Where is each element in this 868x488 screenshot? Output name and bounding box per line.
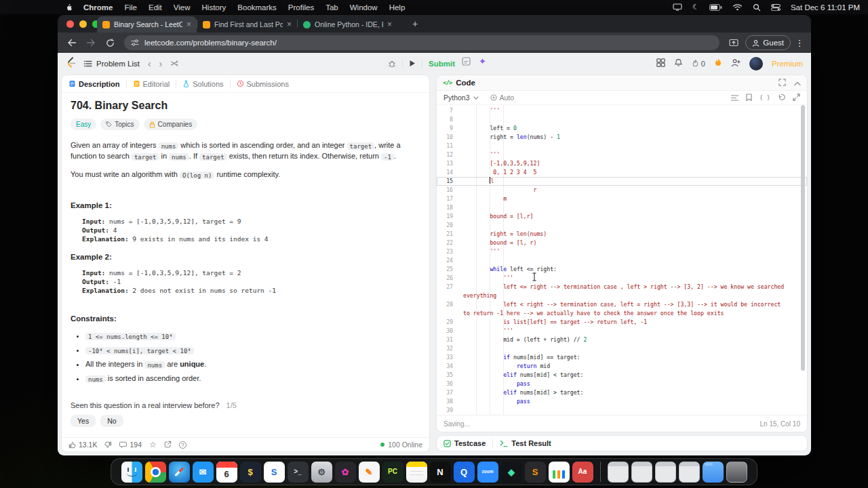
fullscreen-editor-icon[interactable]	[793, 92, 800, 104]
battery-icon[interactable]	[709, 4, 722, 11]
code-line-23[interactable]: 23 '''	[437, 247, 807, 256]
code-line-21[interactable]: 21 right = len(nums)	[437, 230, 807, 239]
code-line-38[interactable]: 38 pass	[437, 397, 807, 406]
code-line-19[interactable]: 19 bound = [l,r]	[437, 212, 807, 221]
code-line-10[interactable]: 10 right = len(nums) - 1	[437, 133, 807, 142]
invite-user-icon[interactable]	[731, 58, 741, 70]
leetcode-logo[interactable]	[66, 56, 76, 70]
code-line-24[interactable]: 24	[437, 256, 807, 265]
bracket-matching-icon[interactable]: { }	[760, 94, 770, 101]
focus-moon-icon[interactable]: ☾	[692, 3, 699, 12]
browser-menu-icon[interactable]: ⋮	[795, 38, 804, 48]
debug-button[interactable]	[382, 56, 402, 71]
tab-testcase[interactable]: Testcase	[443, 439, 486, 447]
url-text[interactable]: leetcode.com/problems/binary-search/	[144, 39, 277, 47]
code-line-35[interactable]: 35 elif nums[mid] < target:	[437, 371, 807, 380]
trash-icon[interactable]	[726, 462, 747, 483]
menubar-menu-profiles[interactable]: Profiles	[288, 3, 314, 12]
tab-test-result[interactable]: Test Result	[500, 439, 551, 447]
notification-bell-icon[interactable]	[674, 58, 683, 70]
streak-counter[interactable]: 0	[692, 59, 705, 68]
notes-button[interactable]	[462, 57, 471, 66]
code-line-27[interactable]: 27 left <= right --> termination case , …	[437, 283, 807, 291]
code-line-13[interactable]: 13 [-1,0,3,5,9,12]	[437, 159, 807, 168]
tab-editorial[interactable]: Editorial	[133, 80, 170, 88]
close-tab-icon[interactable]: ×	[186, 20, 191, 28]
menubar-menu-history[interactable]: History	[202, 3, 226, 12]
browser-tab-1[interactable]: Binary Search - LeetCode×	[97, 16, 197, 33]
close-tab-icon[interactable]: ×	[287, 20, 292, 28]
menubar-menu-edit[interactable]: Edit	[149, 3, 162, 12]
menubar-menu-view[interactable]: View	[174, 3, 191, 12]
sublime-dock-icon[interactable]: S	[525, 462, 546, 483]
format-code-icon[interactable]	[731, 92, 738, 104]
reset-code-icon[interactable]	[778, 92, 785, 104]
submit-button[interactable]: Submit	[422, 56, 461, 71]
companies-badge[interactable]: Companies	[144, 119, 198, 130]
calendar-dock-icon[interactable]: 6	[216, 462, 237, 483]
code-line-wrap[interactable]: to return -1 here --> we actually have t…	[437, 309, 807, 318]
dislike-button[interactable]	[104, 441, 112, 449]
display-icon[interactable]	[673, 3, 682, 11]
photos-dock-icon[interactable]: ✿	[335, 462, 356, 483]
code-line-37[interactable]: 37 elif nums[mid] > target:	[437, 388, 807, 397]
help-icon[interactable]: ?	[179, 441, 186, 449]
minimized-window-3[interactable]	[655, 462, 676, 483]
topics-badge[interactable]: Topics	[100, 119, 139, 130]
survey-no-button[interactable]: No	[100, 415, 123, 427]
q-app-dock-icon[interactable]: Q	[454, 462, 475, 483]
code-line-8[interactable]: 8	[437, 115, 807, 124]
code-line-28[interactable]: 28 left < right --> termination case, le…	[437, 300, 807, 309]
menubar-menu-chrome[interactable]: Chrome	[83, 3, 113, 12]
finder-dock-icon[interactable]	[121, 462, 142, 483]
safari-dock-icon[interactable]	[169, 462, 190, 483]
code-line-18[interactable]: 18	[437, 203, 807, 212]
menubar-menu-tab[interactable]: Tab	[326, 3, 338, 12]
maximize-panel-icon[interactable]	[778, 77, 786, 89]
code-line-39[interactable]: 39	[437, 406, 807, 415]
daily-challenge-fire-icon[interactable]	[714, 58, 722, 70]
profile-guest-button[interactable]: Guest	[745, 35, 791, 50]
code-line-12[interactable]: 12 '''	[437, 150, 807, 159]
control-center-icon[interactable]	[771, 4, 781, 11]
minimized-window-4[interactable]	[679, 462, 700, 483]
collapse-panel-icon[interactable]	[794, 77, 801, 89]
browser-tab-3[interactable]: Online Python - IDE, Editor, C×	[298, 16, 397, 33]
menubar-menu-window[interactable]: Window	[350, 3, 378, 12]
share-screen-icon[interactable]	[726, 35, 741, 50]
reload-button[interactable]	[102, 35, 117, 50]
forward-button[interactable]	[83, 35, 98, 50]
address-bar[interactable]: leetcode.com/problems/binary-search/	[124, 35, 719, 50]
tab-description[interactable]: Description	[68, 80, 120, 88]
settings-dock-icon[interactable]: ⚙	[311, 462, 332, 483]
code-line-20[interactable]: 20	[437, 221, 807, 230]
code-line-22[interactable]: 22 bound = [l, r)	[437, 239, 807, 247]
code-line-14[interactable]: 14 0, 1 2 3 4 5	[437, 168, 807, 177]
difficulty-badge[interactable]: Easy	[71, 119, 96, 130]
editor-scrollbar[interactable]	[801, 105, 805, 371]
chrome-dock-icon[interactable]	[145, 462, 166, 483]
charts-dock-icon[interactable]	[549, 462, 570, 483]
pycharm-dock-icon[interactable]: PC	[382, 462, 403, 483]
premium-link[interactable]: Premium	[772, 60, 803, 68]
run-button[interactable]	[403, 56, 422, 71]
close-window-button[interactable]	[66, 20, 74, 28]
close-tab-icon[interactable]: ×	[387, 20, 392, 28]
auto-toggle[interactable]: Auto	[490, 94, 515, 102]
favorite-star-icon[interactable]: ☆	[149, 441, 157, 449]
kiro-dock-icon[interactable]: ◆	[501, 462, 522, 483]
code-line-30[interactable]: 30 '''	[437, 327, 807, 336]
comments-button[interactable]: 194	[119, 441, 142, 449]
stocks-dock-icon[interactable]: S	[264, 462, 285, 483]
menubar-clock[interactable]: Sat Dec 6 11:01 PM	[791, 3, 860, 12]
random-problem-icon[interactable]	[170, 58, 179, 70]
panel-layout-icon[interactable]	[656, 58, 665, 70]
user-avatar[interactable]	[749, 57, 763, 70]
tab-solutions[interactable]: Solutions	[182, 80, 223, 88]
back-button[interactable]	[64, 35, 79, 50]
finance-dock-icon[interactable]: $	[240, 462, 261, 483]
wifi-icon[interactable]	[732, 3, 743, 11]
browser-tab-2[interactable]: Find First and Last Position o×	[197, 16, 297, 33]
code-line-32[interactable]: 32	[437, 344, 807, 353]
prev-problem-icon[interactable]: ‹	[148, 59, 151, 68]
